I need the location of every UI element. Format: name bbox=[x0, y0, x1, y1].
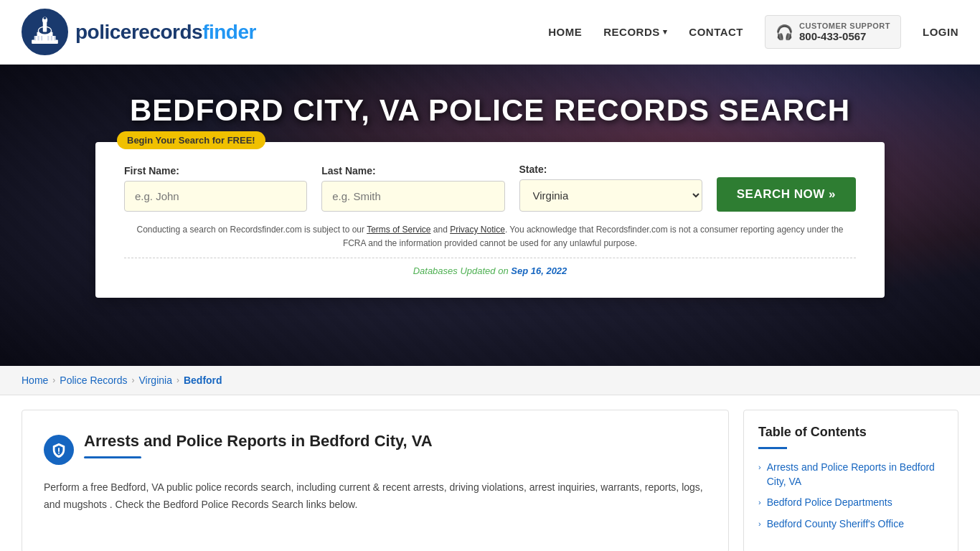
svg-rect-13 bbox=[54, 36, 55, 40]
svg-rect-9 bbox=[37, 36, 39, 40]
toc-divider bbox=[758, 447, 787, 449]
privacy-link[interactable]: Privacy Notice bbox=[450, 225, 505, 235]
toc-chevron-icon: › bbox=[758, 497, 761, 508]
article-title-block: Arrests and Police Reports in Bedford Ci… bbox=[84, 432, 433, 458]
support-phone: 800-433-0567 bbox=[799, 30, 890, 42]
nav-records-label: RECORDS bbox=[603, 26, 660, 38]
site-header: policerecordsfinder HOME RECORDS ▾ CONTA… bbox=[0, 0, 980, 65]
nav-contact[interactable]: CONTACT bbox=[689, 26, 743, 38]
breadcrumb-state[interactable]: Virginia bbox=[139, 375, 172, 386]
breadcrumb-police-records[interactable]: Police Records bbox=[60, 375, 127, 386]
breadcrumb-sep-3: › bbox=[176, 375, 179, 385]
article-title: Arrests and Police Reports in Bedford Ci… bbox=[84, 432, 433, 451]
svg-rect-8 bbox=[34, 36, 36, 40]
hero-section: BEDFORD CITY, VA POLICE RECORDS SEARCH B… bbox=[0, 65, 980, 366]
first-name-label: First Name: bbox=[124, 165, 307, 176]
toc-items: ›Arrests and Police Reports in Bedford C… bbox=[758, 461, 943, 531]
state-select[interactable]: Virginia Alabama Alaska Arizona Californ… bbox=[519, 179, 702, 212]
headset-icon: 🎧 bbox=[776, 24, 793, 41]
sidebar: Table of Contents ›Arrests and Police Re… bbox=[743, 410, 958, 551]
toc-card: Table of Contents ›Arrests and Police Re… bbox=[743, 410, 958, 551]
toc-item[interactable]: ›Arrests and Police Reports in Bedford C… bbox=[758, 461, 943, 489]
svg-rect-11 bbox=[47, 36, 49, 40]
tos-link[interactable]: Terms of Service bbox=[367, 225, 430, 235]
first-name-group: First Name: bbox=[124, 165, 307, 212]
toc-item[interactable]: ›Bedford Police Departments bbox=[758, 496, 943, 510]
first-name-input[interactable] bbox=[124, 181, 307, 212]
customer-support-box[interactable]: 🎧 CUSTOMER SUPPORT 800-433-0567 bbox=[765, 15, 901, 49]
breadcrumb-sep-1: › bbox=[52, 375, 55, 385]
logo-area[interactable]: policerecordsfinder bbox=[22, 9, 256, 55]
toc-chevron-icon: › bbox=[758, 519, 761, 529]
nav-login[interactable]: LOGIN bbox=[923, 26, 958, 38]
search-form-row: First Name: Last Name: State: Virginia A… bbox=[124, 164, 856, 212]
disclaimer-text: Conducting a search on Recordsfinder.com… bbox=[124, 223, 856, 250]
toc-title: Table of Contents bbox=[758, 425, 943, 440]
db-updated: Databases Updated on Sep 16, 2022 bbox=[124, 258, 856, 276]
svg-point-7 bbox=[44, 17, 47, 19]
badge-icon bbox=[44, 435, 74, 465]
last-name-group: Last Name: bbox=[321, 165, 504, 212]
breadcrumb-sep-2: › bbox=[132, 375, 135, 385]
last-name-input[interactable] bbox=[321, 181, 504, 212]
logo-finder-text: finder bbox=[202, 21, 256, 43]
title-underline bbox=[84, 456, 141, 458]
nav-records[interactable]: RECORDS ▾ bbox=[603, 26, 667, 38]
hero-title: BEDFORD CITY, VA POLICE RECORDS SEARCH bbox=[130, 93, 850, 128]
article-body: Perform a free Bedford, VA public police… bbox=[44, 479, 707, 514]
nav-home[interactable]: HOME bbox=[548, 26, 582, 38]
svg-rect-12 bbox=[51, 36, 52, 40]
breadcrumb-current: Bedford bbox=[184, 375, 222, 386]
last-name-label: Last Name: bbox=[321, 165, 504, 176]
free-badge: Begin Your Search for FREE! bbox=[117, 131, 265, 149]
chevron-down-icon: ▾ bbox=[663, 27, 668, 37]
breadcrumb: Home › Police Records › Virginia › Bedfo… bbox=[22, 375, 958, 386]
article-header: Arrests and Police Reports in Bedford Ci… bbox=[44, 432, 707, 465]
breadcrumb-home[interactable]: Home bbox=[22, 375, 48, 386]
support-label: CUSTOMER SUPPORT bbox=[799, 22, 890, 30]
toc-chevron-icon: › bbox=[758, 462, 761, 473]
toc-item[interactable]: ›Bedford County Sheriff's Office bbox=[758, 517, 943, 532]
main-nav: HOME RECORDS ▾ CONTACT 🎧 CUSTOMER SUPPOR… bbox=[548, 15, 958, 49]
support-info: CUSTOMER SUPPORT 800-433-0567 bbox=[799, 22, 890, 42]
state-group: State: Virginia Alabama Alaska Arizona C… bbox=[519, 164, 702, 212]
logo-police-text: policerecords bbox=[75, 21, 202, 43]
search-button[interactable]: SEARCH NOW » bbox=[717, 177, 856, 212]
logo-icon bbox=[22, 9, 68, 55]
main-content: Arrests and Police Reports in Bedford Ci… bbox=[22, 410, 729, 551]
state-label: State: bbox=[519, 164, 702, 175]
logo-text: policerecordsfinder bbox=[75, 21, 256, 44]
search-card: Begin Your Search for FREE! First Name: … bbox=[95, 142, 885, 298]
shield-badge-icon bbox=[51, 442, 67, 458]
svg-rect-10 bbox=[41, 36, 42, 40]
content-area: Arrests and Police Reports in Bedford Ci… bbox=[0, 395, 980, 551]
breadcrumb-bar: Home › Police Records › Virginia › Bedfo… bbox=[0, 366, 980, 395]
